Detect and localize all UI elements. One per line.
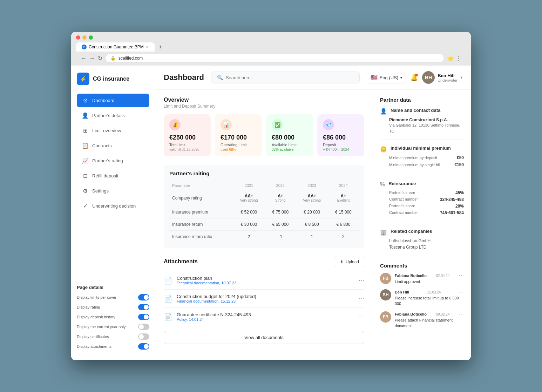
flag-icon: 🇺🇸 bbox=[371, 74, 378, 81]
partner-address: Via Garibaldi 12, 10130 Settimo Torinese… bbox=[389, 122, 464, 134]
search-bar[interactable]: 🔍 bbox=[211, 72, 360, 83]
sidebar-item-partner-rating[interactable]: 📈 Partner's rating bbox=[77, 154, 149, 168]
sidebar-label-underwriting: Underwriting decision bbox=[92, 203, 136, 209]
address-bar[interactable]: 🔒 scalified.com bbox=[105, 54, 444, 63]
attachment-meta: Policy, 14.01.24 bbox=[177, 317, 359, 322]
overview-subtitle: Limit and Deposit Summery bbox=[164, 104, 364, 109]
reinsurance-value-0: 45% bbox=[455, 190, 464, 195]
toggle-row-attachments: Display attachments bbox=[77, 343, 149, 350]
sidebar-item-settings[interactable]: ⚙ Settings bbox=[77, 184, 149, 198]
comment-menu-button-1[interactable]: ⋯ bbox=[459, 289, 464, 295]
user-info[interactable]: BH Ben Hill Underwriter ▾ bbox=[422, 71, 462, 84]
toggle-row-rating: Display rating bbox=[77, 304, 149, 310]
col-2022: 2022 bbox=[265, 181, 296, 190]
view-all-documents-button[interactable]: View all documents bbox=[164, 331, 364, 344]
comment-item-0: FB Fabiana Boticello 02.04.24 ⋯ Limit ap… bbox=[380, 273, 464, 284]
cell-ir-2022: € 65 000 bbox=[265, 218, 296, 231]
sidebar-item-underwriting[interactable]: ✓ Underwriting decision bbox=[77, 199, 149, 213]
reinsurance-row-1: Contract number 324-245-493 bbox=[389, 197, 464, 202]
cell-cr-2021: AA+ Very strong bbox=[233, 190, 265, 206]
back-button[interactable]: ← bbox=[81, 55, 87, 61]
search-icon: 🔍 bbox=[217, 75, 223, 80]
dashboard-icon: ⊙ bbox=[82, 97, 89, 104]
extensions-button[interactable]: ⭐ bbox=[447, 55, 454, 62]
close-dot[interactable] bbox=[76, 35, 80, 40]
related-title: Related companies bbox=[391, 229, 432, 234]
upload-button[interactable]: ⬆ Upload bbox=[335, 257, 364, 267]
table-row: Insurance return ratio 2 -1 1 2 bbox=[169, 231, 359, 243]
document-icon: 📄 bbox=[164, 313, 172, 321]
card-deposit: 💎 €86 000 Deposit + €4 400 in 2024 bbox=[317, 114, 364, 156]
attachment-menu-button[interactable]: ⋯ bbox=[359, 313, 364, 320]
user-chevron-icon: ▾ bbox=[460, 75, 462, 80]
sidebar-item-contracts[interactable]: 📋 Contracts bbox=[77, 139, 149, 153]
chart-icon: 📈 bbox=[82, 157, 89, 164]
tab-favicon: C bbox=[82, 45, 87, 49]
search-input[interactable] bbox=[226, 75, 354, 80]
reinsurance-header: % Reinsurance bbox=[380, 181, 464, 188]
available-limit-label: Available Limit bbox=[272, 143, 307, 147]
comment-menu-button-2[interactable]: ⋯ bbox=[459, 311, 464, 317]
document-icon: 📄 bbox=[164, 295, 172, 303]
comment-menu-button-0[interactable]: ⋯ bbox=[459, 273, 464, 278]
premium-value-deposit: €50 bbox=[457, 155, 464, 160]
deposit-icon: 💎 bbox=[323, 119, 334, 130]
reinsurance-label-0: Partner's share bbox=[389, 190, 415, 195]
user-name: Ben Hill bbox=[438, 73, 458, 78]
rating-section: Partner's raiting Parameter 2021 2022 20… bbox=[164, 165, 364, 248]
attachment-name: Guarantee certificate N-324-245-493 bbox=[177, 312, 359, 317]
sidebar-item-partner-details[interactable]: 👤 Partner's details bbox=[77, 109, 149, 122]
comment-header-1: Ben Hill 15.03.24 ⋯ bbox=[395, 289, 464, 295]
upload-label: Upload bbox=[346, 259, 359, 264]
toggle-current-year[interactable] bbox=[138, 324, 149, 330]
attachment-menu-button[interactable]: ⋯ bbox=[359, 295, 364, 302]
partner-data-title: Partner data bbox=[380, 97, 464, 103]
card-operating-limit: 📊 €170 000 Operating Limit used 68% bbox=[215, 114, 262, 156]
new-tab-button[interactable]: + bbox=[156, 42, 165, 52]
comment-item-1: BH Ben Hill 15.03.24 ⋯ Please increase t… bbox=[380, 289, 464, 306]
toggle-deposit-history[interactable] bbox=[138, 314, 149, 320]
available-limit-value: €80 000 bbox=[272, 134, 307, 141]
person-icon: 👤 bbox=[82, 112, 89, 119]
toggle-label-current-year: Display the current year only bbox=[77, 325, 138, 329]
minimize-dot[interactable] bbox=[82, 35, 87, 40]
toggle-attachments[interactable] bbox=[138, 343, 149, 350]
sidebar-label-dashboard: Dashboard bbox=[92, 98, 115, 103]
sidebar-item-dashboard[interactable]: ⊙ Dashboard bbox=[77, 94, 149, 107]
reinsurance-value-3: 745-601-584 bbox=[440, 210, 464, 215]
partner-section-header: 👤 Name and contact data bbox=[380, 108, 464, 115]
attachments-title: Attachments bbox=[164, 258, 198, 265]
comment-content-2: Fabiana Boticello 09.02.24 ⋯ Please atta… bbox=[395, 311, 464, 329]
toggle-certificates[interactable] bbox=[138, 333, 149, 340]
sidebar-item-refill-deposit[interactable]: ⊡ Refill deposit bbox=[77, 169, 149, 183]
gear-icon: ⚙ bbox=[82, 188, 89, 194]
browser-traffic-lights bbox=[76, 35, 466, 40]
content-area: Overview Limit and Deposit Summery 💰 €25… bbox=[155, 90, 471, 360]
browser-tab-active[interactable]: C Construction Guarantee BPM ✕ bbox=[76, 42, 155, 52]
toggle-limits-per-cover[interactable] bbox=[138, 294, 149, 300]
comment-date-1: 15.03.24 bbox=[427, 290, 441, 294]
cell-ip-2023: € 20 000 bbox=[296, 206, 328, 218]
toggle-row-current-year: Display the current year only bbox=[77, 324, 149, 330]
attachments-header: Attachments ⬆ Upload bbox=[164, 257, 364, 267]
comment-avatar-0: FB bbox=[380, 273, 391, 284]
fullscreen-dot[interactable] bbox=[89, 35, 93, 40]
cell-cr-2023: AA+ Very strong bbox=[296, 190, 328, 206]
tab-close-button[interactable]: ✕ bbox=[146, 45, 149, 49]
refresh-button[interactable]: ↻ bbox=[98, 55, 102, 62]
toggle-rating[interactable] bbox=[138, 304, 149, 310]
related-companies-section: 🏢 Related companies Luftschlossbau GmbH … bbox=[380, 229, 464, 257]
menu-button[interactable]: ⋮ bbox=[455, 55, 461, 62]
cell-ir-2024: € 6 800 bbox=[328, 218, 359, 231]
toggle-label-certificates: Display certificates bbox=[77, 334, 138, 339]
language-selector[interactable]: 🇺🇸 Eng (US) ▾ bbox=[367, 72, 406, 83]
name-contact-title: Name and contact data bbox=[391, 108, 440, 113]
sidebar-item-limit-overview[interactable]: ⊞ Limit overview bbox=[77, 124, 149, 137]
card-total-limit: 💰 €250 000 Total limit valid till 31.12.… bbox=[164, 114, 211, 156]
attachment-menu-button[interactable]: ⋯ bbox=[359, 277, 364, 284]
forward-button[interactable]: → bbox=[89, 55, 95, 61]
url-text: scalified.com bbox=[118, 56, 143, 61]
grid-icon: ⊞ bbox=[82, 127, 89, 134]
notifications-button[interactable]: 🔔 bbox=[410, 74, 418, 81]
comment-text-2: Please attach Financial statement docume… bbox=[395, 318, 464, 329]
